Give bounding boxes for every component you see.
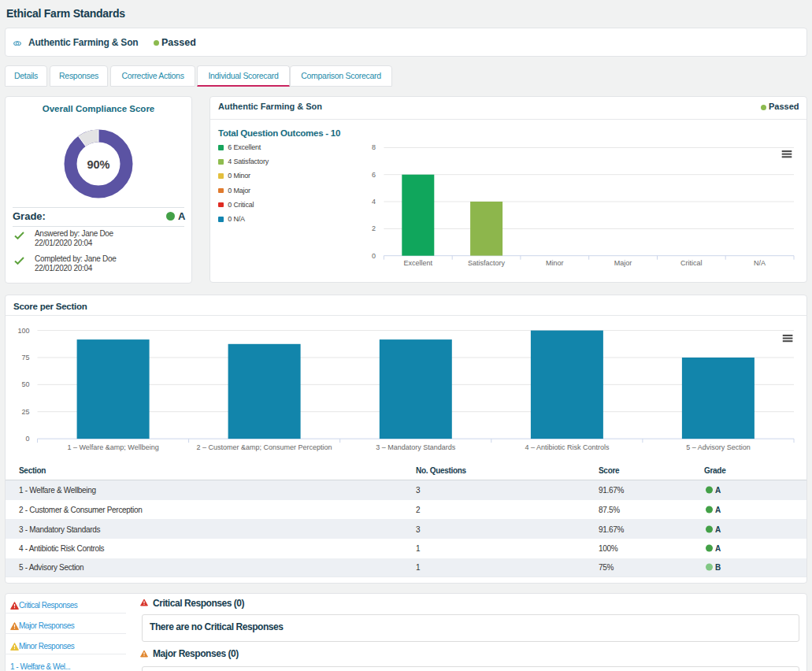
svg-text:8: 8: [372, 143, 376, 151]
svg-text:25: 25: [21, 408, 29, 416]
svg-text:5 – Advisory Section: 5 – Advisory Section: [686, 443, 751, 451]
svg-text:75: 75: [21, 354, 29, 361]
svg-text:50: 50: [21, 380, 29, 388]
svg-text:Critical: Critical: [680, 259, 703, 267]
svg-text:2 – Customer &amp; Consumer Pe: 2 – Customer &amp; Consumer Perception: [197, 443, 332, 451]
svg-text:4: 4: [372, 198, 376, 206]
svg-text:100: 100: [17, 327, 29, 335]
svg-text:3 – Mandatory Standards: 3 – Mandatory Standards: [376, 443, 456, 451]
svg-text:Minor: Minor: [546, 259, 564, 267]
svg-text:90%: 90%: [87, 158, 109, 170]
svg-text:1 – Welfare &amp; Wellbeing: 1 – Welfare &amp; Wellbeing: [67, 443, 158, 451]
svg-text:0: 0: [372, 252, 376, 260]
svg-text:Excellent: Excellent: [404, 259, 433, 267]
svg-text:6: 6: [372, 171, 376, 179]
svg-text:2: 2: [372, 224, 376, 232]
svg-text:Satisfactory: Satisfactory: [468, 259, 506, 267]
svg-text:Major: Major: [614, 259, 632, 267]
svg-text:N/A: N/A: [754, 259, 766, 267]
svg-text:4 – Antibiotic Risk Controls: 4 – Antibiotic Risk Controls: [525, 443, 610, 451]
svg-text:0: 0: [25, 435, 29, 443]
